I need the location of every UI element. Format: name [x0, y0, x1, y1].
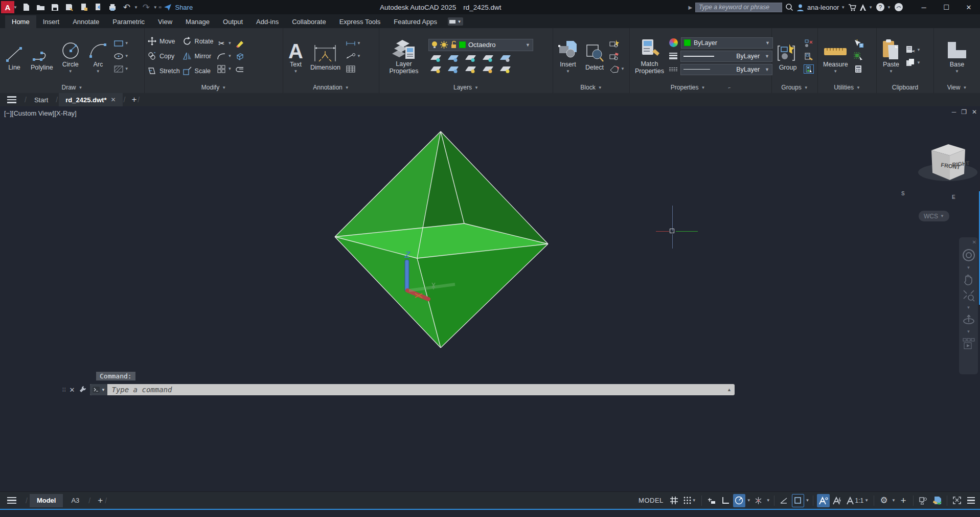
graphics-performance-button[interactable]	[931, 494, 943, 507]
measure-button[interactable]: Measure▼	[821, 37, 850, 75]
viewcube-south-label[interactable]: S	[901, 191, 905, 196]
qat-customize-icon[interactable]: ≂	[158, 5, 162, 10]
leader-dropdown-icon[interactable]: ▼	[357, 54, 361, 58]
array-icon[interactable]	[216, 64, 226, 74]
command-customize-icon[interactable]	[79, 385, 87, 395]
logo-dropdown-icon[interactable]: ▼	[13, 5, 17, 10]
color-wheel-icon[interactable]	[669, 38, 678, 47]
layer-dropdown-caret-icon[interactable]: ▼	[526, 42, 530, 48]
cart-icon[interactable]	[848, 4, 856, 11]
wheel-dropdown-icon[interactable]: ▼	[967, 265, 971, 270]
command-input[interactable]	[107, 385, 727, 395]
pan-hand-icon[interactable]	[963, 274, 975, 286]
close-button[interactable]: ✕	[958, 0, 980, 14]
text-button[interactable]: A Text▼	[286, 37, 305, 75]
panel-foot-utilities[interactable]: Utilities▼	[818, 82, 876, 93]
ellipse-dropdown-icon[interactable]: ▼	[125, 54, 129, 58]
circle-dropdown-icon[interactable]: ▼	[69, 70, 73, 74]
workspace-dropdown-icon[interactable]: ▼	[892, 498, 896, 503]
snap-dropdown-icon[interactable]: ▼	[692, 498, 696, 503]
user-avatar-icon[interactable]	[796, 4, 804, 11]
scale-button[interactable]: Scale	[183, 65, 214, 77]
polar-tracking-toggle[interactable]	[733, 494, 745, 507]
command-prompt-icon[interactable]: ▼	[90, 384, 107, 395]
create-block-icon[interactable]	[609, 39, 620, 48]
file-tab-start[interactable]: Start	[28, 93, 55, 106]
new-layout-button[interactable]: +	[98, 496, 103, 506]
search-input[interactable]	[695, 3, 782, 12]
panel-foot-view[interactable]: View▼	[934, 82, 980, 93]
edit-group-icon[interactable]	[804, 52, 814, 61]
tab-featured-apps[interactable]: Featured Apps	[387, 15, 444, 28]
command-scroll-up-icon[interactable]: ▲	[727, 387, 735, 392]
isodraft-dropdown-icon[interactable]: ▼	[766, 498, 770, 503]
panel-foot-properties[interactable]: Properties▼ ⌐	[630, 82, 771, 93]
drawing-canvas[interactable]: [−][Custom View][X-Ray] ─ ❐ ✕ Z FRONT RI…	[0, 106, 980, 491]
object-color-dropdown[interactable]: ByLayer ▼	[681, 37, 773, 49]
define-attributes-icon[interactable]	[609, 64, 620, 74]
search-icon[interactable]	[785, 3, 793, 11]
username[interactable]: ana-leonor	[807, 4, 839, 11]
isodraft-toggle[interactable]	[753, 494, 765, 507]
zoom-extents-icon[interactable]	[963, 289, 975, 302]
autoscale-toggle[interactable]	[831, 494, 844, 507]
copy-button[interactable]: Copy	[148, 50, 180, 62]
stretch-button[interactable]: Stretch	[148, 65, 180, 77]
lineweight-dropdown[interactable]: ByLayer ▼	[680, 51, 772, 62]
layer-properties-button[interactable]: Layer Properties	[382, 36, 425, 76]
fillet-dropdown-icon[interactable]: ▼	[227, 54, 232, 58]
detect-button[interactable]: Detect	[583, 40, 606, 73]
tab-parametric[interactable]: Parametric	[106, 15, 151, 28]
layer-freeze-icon[interactable]	[465, 53, 475, 62]
circle-button[interactable]: Circle▼	[58, 37, 83, 75]
orbit-icon[interactable]	[962, 313, 975, 326]
command-grip-icon[interactable]: ⁞⁞	[62, 387, 66, 393]
showmotion-icon[interactable]	[962, 338, 975, 350]
command-close-icon[interactable]: ✕	[70, 386, 75, 394]
linetype-icon[interactable]	[669, 68, 677, 71]
navbar-close-icon[interactable]: ✕	[972, 239, 976, 245]
open-from-web-icon[interactable]	[78, 2, 90, 13]
file-tab-doc[interactable]: rd_2425.dwt* ✕	[59, 93, 122, 106]
base-button[interactable]: Base▼	[944, 37, 970, 75]
rectangle-dropdown-icon[interactable]: ▼	[125, 41, 129, 46]
arc-dropdown-icon[interactable]: ▼	[96, 70, 100, 74]
layer-walk-icon[interactable]	[500, 64, 510, 74]
snap-toggle[interactable]: ▼	[682, 494, 698, 507]
isolate-objects-button[interactable]	[917, 494, 929, 507]
line-button[interactable]: Line	[3, 40, 26, 73]
autodesk-dropdown-icon[interactable]: ▼	[869, 5, 873, 10]
paste-button[interactable]: Paste▼	[880, 37, 902, 75]
fillet-icon[interactable]	[216, 52, 226, 61]
file-tab-close-icon[interactable]: ✕	[110, 96, 116, 103]
scale-dropdown-icon[interactable]: ▼	[864, 498, 869, 503]
tab-manage[interactable]: Manage	[179, 15, 216, 28]
lineweight-icon[interactable]	[669, 53, 677, 59]
array-dropdown-icon[interactable]: ▼	[227, 66, 232, 71]
insert-dropdown-icon[interactable]: ▼	[566, 70, 570, 74]
layer-off-icon[interactable]	[430, 53, 441, 62]
layer-unlock-icon[interactable]	[450, 41, 457, 49]
undo-icon[interactable]: ↶	[121, 2, 133, 13]
cut-dropdown-icon[interactable]: ▼	[917, 48, 921, 52]
layout-tab-model[interactable]: Model	[30, 494, 63, 507]
autocad-logo-icon[interactable]: A	[1, 1, 14, 13]
quick-calculator-icon[interactable]	[853, 64, 863, 74]
dimension-button[interactable]: Dimension	[308, 40, 343, 73]
layout-menu-icon[interactable]	[0, 497, 24, 504]
layout-tab-a3[interactable]: A3	[64, 494, 86, 507]
tab-collaborate[interactable]: Collaborate	[285, 15, 333, 28]
workspace-gear-button[interactable]: ⚙	[878, 494, 890, 507]
layer-thaw-icon[interactable]	[465, 64, 475, 74]
orbit-dropdown-icon[interactable]: ▼	[967, 329, 971, 334]
measure-dropdown-icon[interactable]: ▼	[833, 70, 837, 74]
arc-button[interactable]: Arc▼	[86, 37, 110, 75]
layer-dropdown[interactable]: Octaedro ▼	[428, 39, 533, 51]
layer-isolate-icon[interactable]	[448, 53, 458, 62]
panel-foot-modify[interactable]: Modify▼	[145, 82, 283, 93]
search-expand-icon[interactable]: ▶	[688, 5, 692, 10]
viewcube[interactable]: FRONT RIGHT	[925, 140, 971, 186]
customize-status-button[interactable]: +	[897, 494, 909, 507]
ribbon-display-toggle[interactable]: ▼	[448, 17, 463, 26]
file-tabs-menu-icon[interactable]	[0, 96, 24, 103]
